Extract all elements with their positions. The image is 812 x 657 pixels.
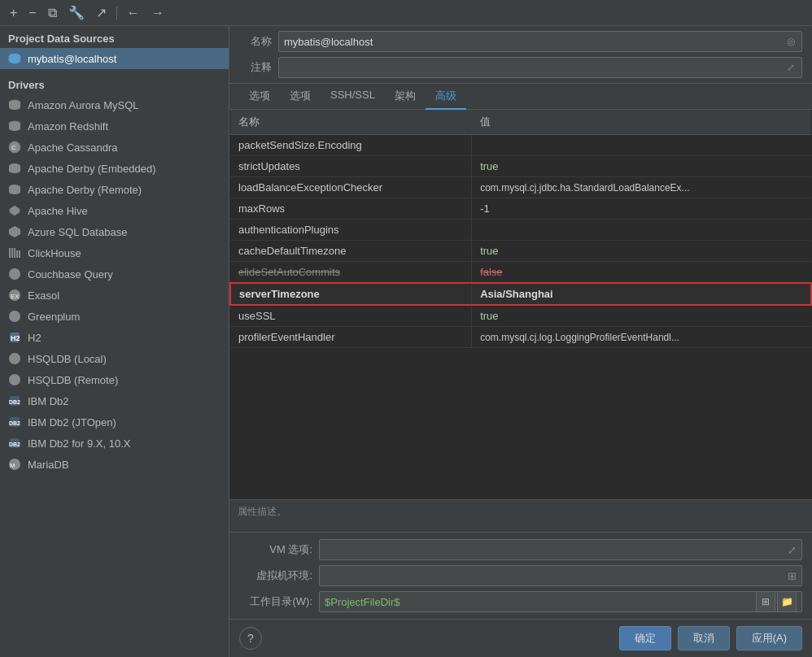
comment-expand-icon[interactable]: ⤢	[785, 62, 797, 73]
driver-label: IBM Db2	[28, 395, 69, 407]
sidebar-item-apache-cassandra[interactable]: C Apache Cassandra	[0, 137, 229, 158]
svg-point-21	[9, 374, 20, 385]
vm-options-row: VM 选项: ⤢	[239, 539, 802, 560]
help-button[interactable]: ?	[239, 627, 262, 650]
name-input[interactable]: ◎	[278, 31, 802, 52]
sidebar-item-clickhouse[interactable]: ClickHouse	[0, 242, 229, 263]
sidebar-item-apache-hive[interactable]: Apache Hive	[0, 200, 229, 221]
svg-marker-8	[9, 226, 20, 237]
name-expand-icon[interactable]: ◎	[785, 36, 797, 47]
sidebar-item-mybatis[interactable]: mybatis@localhost	[0, 48, 229, 69]
tab-options2[interactable]: 选项	[280, 84, 321, 110]
vm-env-row: 虚拟机环境: ⊞	[239, 565, 802, 586]
driver-label: Azure SQL Database	[28, 226, 127, 238]
driver-label: Exasol	[28, 289, 59, 302]
prop-name: profilerEventHandler	[230, 327, 472, 348]
name-field-row: 名称 ◎	[239, 31, 802, 52]
apache-hive-icon	[8, 204, 21, 217]
hsqldb-local-icon	[8, 352, 21, 365]
svg-text:DB2: DB2	[9, 442, 20, 447]
sidebar-item-h2[interactable]: H2 H2	[0, 327, 229, 348]
driver-label: Apache Cassandra	[28, 141, 118, 154]
svg-text:H2: H2	[11, 334, 20, 342]
sidebar-item-apache-derby-remote[interactable]: Apache Derby (Remote)	[0, 179, 229, 200]
h2-icon: H2	[8, 331, 21, 344]
svg-text:DB2: DB2	[9, 420, 20, 426]
tab-ssh-ssl[interactable]: SSH/SSL	[321, 84, 385, 110]
tab-options1[interactable]: 选项	[239, 84, 280, 110]
vm-options-input[interactable]: ⤢	[319, 539, 802, 560]
work-dir-buttons: ⊞ 📁	[756, 591, 797, 612]
table-row[interactable]: cacheDefaultTimezone true	[230, 241, 811, 262]
vm-env-field[interactable]	[325, 570, 788, 582]
sidebar-item-amazon-redshift[interactable]: Amazon Redshift	[0, 115, 229, 137]
greenplum-icon	[8, 310, 21, 323]
name-input-field[interactable]	[284, 36, 785, 48]
sidebar-item-azure-sql[interactable]: Azure SQL Database	[0, 221, 229, 242]
toolbar-divider	[116, 7, 117, 20]
vm-options-field[interactable]	[325, 544, 788, 556]
sidebar-item-apache-derby-embedded[interactable]: Apache Derby (Embedded)	[0, 158, 229, 179]
prop-value: false	[472, 262, 811, 284]
svg-text:EX: EX	[11, 293, 20, 300]
duplicate-button[interactable]: ⧉	[45, 4, 60, 22]
right-panel: 名称 ◎ 注释 ⤢ 选项 选项 SSH/SSL 架构 高级	[229, 26, 812, 657]
prop-value: true	[472, 305, 811, 327]
export-button[interactable]: ↗	[93, 3, 110, 22]
table-row[interactable]: useSSL true	[230, 305, 811, 327]
nav-back-button[interactable]: ←	[124, 4, 143, 22]
ok-button[interactable]: 确定	[619, 626, 671, 650]
remove-button[interactable]: −	[25, 4, 39, 22]
cancel-button[interactable]: 取消	[678, 626, 730, 650]
tab-schema[interactable]: 架构	[385, 84, 426, 110]
config-button[interactable]: 🔧	[65, 3, 88, 22]
ibm-db2-jt-icon: DB2	[8, 416, 21, 429]
table-row[interactable]: elideSetAutoCommits false	[230, 262, 811, 284]
driver-label: H2	[28, 332, 41, 344]
sidebar-item-ibm-db2-9x[interactable]: DB2 IBM Db2 for 9.X, 10.X	[0, 433, 229, 454]
vm-expand-icon[interactable]: ⤢	[788, 544, 797, 556]
work-dir-browse-btn[interactable]: 📁	[777, 591, 797, 612]
vm-options-label: VM 选项:	[239, 542, 312, 557]
driver-label: Couchbase Query	[28, 268, 113, 281]
table-row[interactable]: profilerEventHandler com.mysql.cj.log.Lo…	[230, 327, 811, 348]
db-icon	[8, 52, 21, 65]
table-row[interactable]: loadBalanceExceptionChecker com.mysql.cj…	[230, 177, 811, 198]
vm-env-input[interactable]: ⊞	[319, 565, 802, 586]
table-row[interactable]: maxRows -1	[230, 198, 811, 220]
sidebar-item-exasol[interactable]: EX Exasol	[0, 285, 229, 306]
sidebar-item-greenplum[interactable]: Greenplum	[0, 306, 229, 327]
work-dir-input[interactable]: $ProjectFileDir$ ⊞ 📁	[319, 591, 802, 612]
sidebar-item-hsqldb-local[interactable]: HSQLDB (Local)	[0, 348, 229, 369]
comment-input[interactable]: ⤢	[278, 57, 802, 78]
svg-text:M: M	[10, 462, 15, 469]
sidebar-item-amazon-aurora[interactable]: Amazon Aurora MySQL	[0, 94, 229, 115]
driver-label: Greenplum	[28, 311, 80, 323]
table-row[interactable]: strictUpdates true	[230, 156, 811, 177]
comment-input-field[interactable]	[284, 62, 785, 74]
sidebar-item-ibm-db2-jtopen[interactable]: DB2 IBM Db2 (JTOpen)	[0, 411, 229, 433]
table-row[interactable]: packetSendSize.Encoding	[230, 135, 811, 156]
sidebar-item-mariadb[interactable]: M MariaDB	[0, 454, 229, 475]
driver-label: Apache Hive	[28, 205, 88, 217]
table-row[interactable]: authenticationPlugins	[230, 220, 811, 241]
tab-advanced[interactable]: 高级	[426, 84, 466, 110]
work-dir-edit-btn[interactable]: ⊞	[756, 591, 775, 612]
couchbase-icon	[8, 268, 21, 281]
sidebar-item-hsqldb-remote[interactable]: HSQLDB (Remote)	[0, 369, 229, 390]
svg-point-17	[9, 311, 20, 322]
table-row-highlighted[interactable]: serverTimezone Asia/Shanghai	[230, 283, 811, 305]
prop-value-server-timezone: Asia/Shanghai	[472, 283, 811, 305]
apply-button[interactable]: 应用(A)	[736, 626, 802, 650]
azure-sql-icon	[8, 225, 21, 238]
add-button[interactable]: +	[7, 4, 20, 22]
driver-label: Amazon Redshift	[28, 120, 108, 133]
work-dir-value: $ProjectFileDir$	[325, 596, 399, 608]
prop-value	[472, 135, 811, 156]
nav-fwd-button[interactable]: →	[148, 4, 168, 22]
sidebar-item-couchbase[interactable]: Couchbase Query	[0, 263, 229, 285]
sidebar-item-ibm-db2[interactable]: DB2 IBM Db2	[0, 390, 229, 411]
vm-env-browse-icon[interactable]: ⊞	[788, 570, 797, 582]
project-data-sources-title: Project Data Sources	[0, 26, 229, 48]
amazon-aurora-icon	[8, 98, 21, 111]
